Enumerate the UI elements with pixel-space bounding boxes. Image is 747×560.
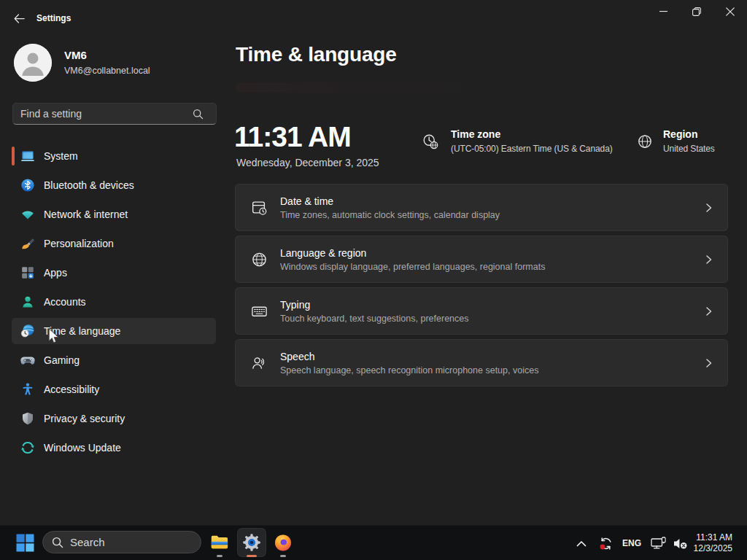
card-subtitle: Windows display language, preferred lang… xyxy=(280,260,545,273)
tray-clock[interactable]: 11:31 AM 12/3/2025 xyxy=(689,532,732,555)
settings-gear-icon xyxy=(242,533,261,552)
chevron-up-icon xyxy=(576,540,587,547)
breadcrumb-loading-placeholder xyxy=(236,82,474,93)
time-zone-icon xyxy=(422,133,438,149)
taskbar-search-label: Search xyxy=(70,536,105,548)
back-button[interactable] xyxy=(8,7,30,29)
user-email: VM6@collabnet.local xyxy=(64,66,150,76)
restore-icon xyxy=(692,7,701,16)
card-typing[interactable]: Typing Touch keyboard, text suggestions,… xyxy=(235,287,728,335)
start-button[interactable] xyxy=(10,528,39,557)
explorer-running-indicator xyxy=(217,555,222,557)
sidebar-item-system[interactable]: System xyxy=(12,143,216,169)
speech-icon xyxy=(251,354,268,371)
sidebar-item-personalization[interactable]: Personalization xyxy=(12,230,216,257)
taskbar: Search xyxy=(0,525,747,560)
sidebar-item-label: Time & language xyxy=(44,325,120,337)
sidebar-item-apps[interactable]: Apps xyxy=(12,260,216,286)
sidebar-item-accounts[interactable]: Accounts xyxy=(12,289,216,315)
chevron-right-icon xyxy=(704,358,713,368)
windows-update-icon xyxy=(20,440,35,455)
network-tray-icon xyxy=(651,537,667,551)
card-date-time[interactable]: Date & time Time zones, automatic clock … xyxy=(235,184,728,231)
taskbar-search[interactable]: Search xyxy=(42,531,201,553)
show-hidden-icons-button[interactable] xyxy=(570,532,593,555)
sidebar-item-accessibility[interactable]: Accessibility xyxy=(12,376,216,402)
firefox-icon xyxy=(274,533,293,552)
window-title: Settings xyxy=(36,13,71,23)
time-zone-value: (UTC-05:00) Eastern Time (US & Canada) xyxy=(451,144,613,154)
sidebar-item-bluetooth-devices[interactable]: Bluetooth & devices xyxy=(12,172,216,198)
card-subtitle: Time zones, automatic clock settings, ca… xyxy=(280,208,500,221)
network-icon xyxy=(20,207,35,222)
card-subtitle: Speech language, speech recognition micr… xyxy=(280,363,538,376)
current-date: Wednesday, December 3, 2025 xyxy=(236,157,379,168)
sidebar-item-label: Accessibility xyxy=(44,384,99,395)
sidebar-item-gaming[interactable]: Gaming xyxy=(12,347,216,373)
sidebar-item-windows-update[interactable]: Windows Update xyxy=(12,435,216,461)
card-language-region[interactable]: Language & region Windows display langua… xyxy=(235,236,728,283)
tray-language-indicator[interactable]: ENG xyxy=(619,532,644,555)
minimize-button[interactable] xyxy=(646,0,680,23)
volume-muted-icon xyxy=(673,537,688,550)
card-title: Language & region xyxy=(280,246,545,260)
sidebar-item-label: Gaming xyxy=(44,354,80,366)
typing-icon xyxy=(251,303,268,319)
sync-arrows-icon xyxy=(598,536,614,551)
region-label: Region xyxy=(663,128,697,140)
chevron-right-icon xyxy=(704,254,713,264)
find-a-setting-searchbox[interactable] xyxy=(12,103,217,125)
apps-icon xyxy=(20,265,35,280)
sidebar-item-label: Personalization xyxy=(44,238,114,249)
card-title: Typing xyxy=(280,298,468,311)
current-time: 11:31 AM xyxy=(234,121,351,153)
region-globe-icon xyxy=(637,133,653,149)
search-icon xyxy=(52,537,63,548)
back-arrow-icon xyxy=(14,14,25,23)
card-text: Typing Touch keyboard, text suggestions,… xyxy=(280,298,468,324)
date-time-icon xyxy=(251,199,268,216)
sidebar-item-label: Apps xyxy=(44,267,67,279)
desktop: Settings VM6 VM6@collabnet.local xyxy=(0,0,747,560)
card-text: Speech Speech language, speech recogniti… xyxy=(280,349,538,376)
privacy-icon xyxy=(20,411,35,426)
sidebar-item-privacy-security[interactable]: Privacy & security xyxy=(12,405,216,432)
accounts-icon xyxy=(20,295,35,309)
firefox-running-indicator xyxy=(280,555,286,557)
sidebar-item-label: System xyxy=(44,150,78,162)
taskbar-firefox[interactable] xyxy=(268,528,298,557)
chevron-right-icon xyxy=(704,306,713,316)
tray-network-volume[interactable] xyxy=(648,532,690,555)
taskbar-settings[interactable] xyxy=(237,528,266,557)
gaming-icon xyxy=(20,353,35,368)
card-text: Date & time Time zones, automatic clock … xyxy=(280,194,500,221)
maximize-restore-button[interactable] xyxy=(680,0,713,23)
page-title: Time & language xyxy=(236,43,397,66)
sidebar-item-network-internet[interactable]: Network & internet xyxy=(12,201,216,228)
card-text: Language & region Windows display langua… xyxy=(280,246,545,273)
search-input[interactable] xyxy=(13,104,191,123)
personalization-icon xyxy=(20,236,35,251)
sidebar-item-label: Windows Update xyxy=(44,442,121,454)
sync-tray-icon[interactable] xyxy=(594,532,617,555)
bluetooth-icon xyxy=(20,178,35,192)
close-button[interactable] xyxy=(713,0,747,23)
search-icon xyxy=(193,109,204,120)
sidebar-item-label: Accounts xyxy=(44,296,86,308)
tray-date: 12/3/2025 xyxy=(694,543,732,554)
user-name[interactable]: VM6 xyxy=(64,49,87,61)
sidebar-item-time-language[interactable]: Time & language xyxy=(12,318,216,344)
card-title: Date & time xyxy=(280,194,500,208)
card-speech[interactable]: Speech Speech language, speech recogniti… xyxy=(235,339,728,386)
taskbar-file-explorer[interactable] xyxy=(205,528,234,557)
chevron-right-icon xyxy=(704,203,713,212)
language-region-icon xyxy=(251,251,268,268)
sidebar-item-label: Network & internet xyxy=(44,209,128,220)
avatar[interactable] xyxy=(14,44,52,82)
close-icon xyxy=(726,7,735,16)
titlebar: Settings xyxy=(0,0,747,35)
region-value: United States xyxy=(663,144,715,154)
minimize-icon xyxy=(659,7,667,15)
person-silhouette-icon xyxy=(14,44,52,82)
settings-active-indicator xyxy=(247,555,257,557)
